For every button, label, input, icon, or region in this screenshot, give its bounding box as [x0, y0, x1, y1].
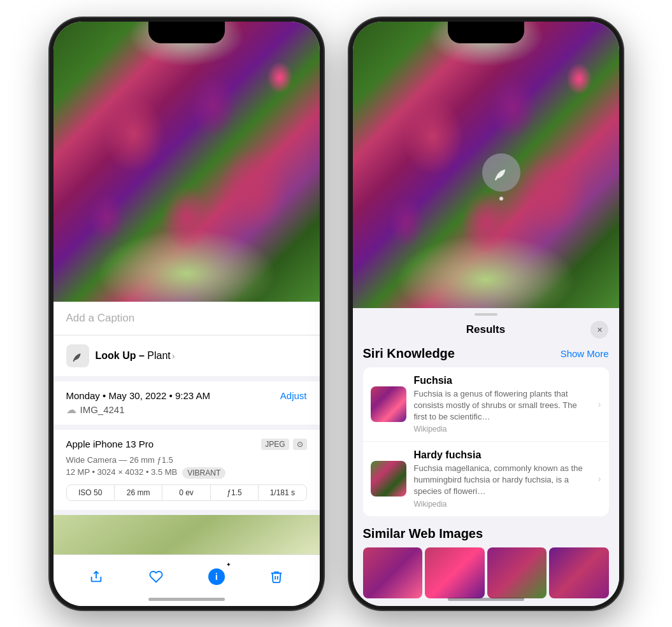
right-phone: Results × Siri Knowledge Show More: [349, 18, 623, 610]
vibrant-badge: VIBRANT: [182, 467, 225, 479]
lookup-normal: Plant: [147, 350, 170, 361]
date-text: Monday • May 30, 2022 • 9:23 AM: [66, 390, 210, 401]
photo-area-right[interactable]: [353, 22, 619, 308]
location-icon: ⊙: [293, 439, 307, 450]
share-button[interactable]: [82, 563, 110, 591]
exif-ev: 0 ev: [162, 485, 210, 500]
camera-wide: Wide Camera — 26 mm ƒ1.5: [66, 455, 307, 465]
home-indicator-right: [448, 598, 524, 601]
hardy-description: Fuchsia magellanica, commonly known as t…: [414, 463, 590, 498]
format-badge: JPEG: [261, 439, 289, 450]
home-indicator: [148, 598, 225, 601]
similar-section: Similar Web Images: [363, 526, 609, 598]
photo-area-left[interactable]: [54, 22, 320, 302]
map-section[interactable]: [54, 515, 320, 554]
results-content[interactable]: Siri Knowledge Show More Fuchsia Fuchsia…: [353, 346, 619, 606]
trash-button[interactable]: [262, 563, 290, 591]
trash-icon: [269, 570, 283, 584]
exif-shutter: 1/181 s: [259, 485, 306, 500]
visual-lookup-indicator: [482, 153, 520, 192]
share-icon: [89, 570, 103, 584]
knowledge-item-fuchsia[interactable]: Fuchsia Fuchsia is a genus of flowering …: [363, 367, 609, 442]
siri-knowledge-header: Siri Knowledge Show More: [363, 346, 609, 361]
results-handle[interactable]: [353, 308, 619, 318]
fuchsia-name: Fuchsia: [414, 375, 590, 386]
fuchsia-description: Fuchsia is a genus of flowering plants t…: [414, 388, 590, 423]
similar-thumb-1[interactable]: [363, 547, 423, 598]
lookup-icon: [66, 344, 89, 367]
lookup-bold: Look Up –: [96, 350, 148, 361]
similar-thumb-3[interactable]: [487, 547, 547, 598]
lookup-label[interactable]: Look Up – Plant›: [96, 350, 175, 362]
handle-bar: [475, 313, 497, 316]
siri-knowledge-title: Siri Knowledge: [363, 346, 455, 361]
notch-right: [448, 22, 524, 43]
hardy-chevron: ›: [598, 474, 601, 484]
show-more-button[interactable]: Show More: [561, 348, 609, 359]
lookup-chevron: ›: [172, 351, 175, 361]
lookup-leaf-icon: [492, 163, 511, 182]
info-circle: i: [208, 568, 225, 585]
knowledge-item-hardy[interactable]: Hardy fuchsia Fuchsia magellanica, commo…: [363, 442, 609, 516]
lookup-row[interactable]: Look Up – Plant›: [66, 344, 307, 367]
exif-iso: ISO 50: [67, 485, 115, 500]
similar-thumb-2[interactable]: [425, 547, 485, 598]
fuchsia-source: Wikipedia: [414, 425, 590, 433]
results-title: Results: [466, 323, 505, 336]
hardy-name: Hardy fuchsia: [414, 449, 590, 461]
left-phone: Add a Caption Look Up – Plant›: [50, 18, 324, 610]
similar-grid: [363, 547, 609, 598]
camera-section: Apple iPhone 13 Pro JPEG ⊙ Wide Camera —…: [54, 430, 320, 515]
hardy-text: Hardy fuchsia Fuchsia magellanica, commo…: [414, 449, 590, 509]
heart-button[interactable]: [142, 563, 170, 591]
knowledge-card: Fuchsia Fuchsia is a genus of flowering …: [363, 367, 609, 516]
info-star: ✦: [224, 560, 233, 569]
lookup-section[interactable]: Look Up – Plant›: [54, 335, 320, 381]
indicator-dot: [499, 197, 503, 201]
cloud-icon: ☁: [66, 404, 76, 416]
camera-specs: 12 MP • 3024 × 4032 • 3.5 MB: [66, 467, 178, 477]
info-button[interactable]: i ✦: [203, 563, 231, 591]
results-panel: Results × Siri Knowledge Show More: [353, 308, 619, 606]
caption-placeholder[interactable]: Add a Caption: [66, 312, 135, 324]
notch: [148, 22, 225, 43]
exif-aperture: ƒ1.5: [211, 485, 259, 500]
caption-area[interactable]: Add a Caption: [54, 302, 320, 335]
similar-thumb-4[interactable]: [549, 547, 609, 598]
exif-row: ISO 50 26 mm 0 ev ƒ1.5 1/181 s: [66, 484, 307, 501]
camera-model: Apple iPhone 13 Pro: [66, 439, 154, 449]
fuchsia-text: Fuchsia Fuchsia is a genus of flowering …: [414, 375, 590, 434]
close-button[interactable]: ×: [590, 321, 608, 339]
close-icon: ×: [597, 325, 602, 335]
results-header: Results ×: [353, 318, 619, 346]
adjust-button[interactable]: Adjust: [280, 390, 307, 401]
similar-web-title: Similar Web Images: [363, 526, 483, 541]
exif-mm: 26 mm: [115, 485, 162, 500]
leaf-icon: [71, 349, 85, 363]
filename: IMG_4241: [80, 404, 125, 415]
fuchsia-chevron: ›: [598, 399, 601, 409]
heart-icon: [149, 570, 163, 584]
fuchsia-thumbnail: [371, 386, 406, 422]
hardy-source: Wikipedia: [414, 500, 590, 509]
hardy-thumbnail: [371, 461, 406, 497]
date-section: Monday • May 30, 2022 • 9:23 AM Adjust ☁…: [54, 381, 320, 430]
